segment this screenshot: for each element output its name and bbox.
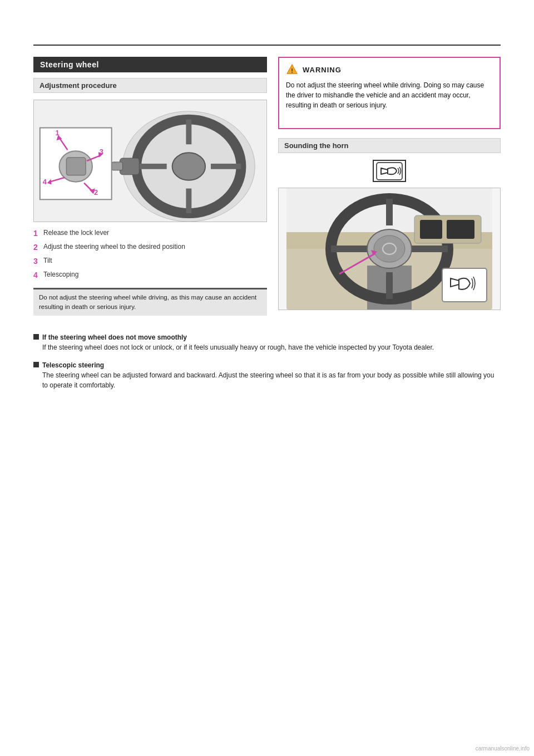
svg-point-39 [374, 235, 405, 262]
watermark: carmanualsonline.info [476, 745, 530, 752]
warning-text: Do not adjust the steering wheel while d… [286, 80, 493, 110]
left-column: Steering wheel Adjustment procedure [33, 57, 267, 321]
bullet-icon-1 [33, 334, 39, 340]
horn-icon-area [278, 160, 501, 182]
svg-rect-46 [447, 220, 474, 239]
bullet-section-1: If the steering wheel does not move smoo… [33, 332, 501, 352]
svg-rect-45 [420, 220, 442, 239]
page-container: Steering wheel Adjustment procedure [0, 0, 534, 756]
step-number-4: 4 [33, 269, 43, 281]
horn-icon-box [373, 160, 406, 182]
svg-text:3: 3 [100, 148, 103, 156]
step-1: 1 Release the lock lever [33, 228, 267, 239]
svg-rect-43 [442, 268, 487, 302]
horn-section-title: Sounding the horn [278, 138, 501, 153]
step-2: 2 Adjust the steering wheel to the desir… [33, 242, 267, 253]
bullet-heading-2: Telescopic steering [42, 361, 104, 369]
notice-box: Do not adjust the steering wheel while d… [33, 288, 267, 316]
step-3: 3 Tilt [33, 256, 267, 267]
step-4: 4 Telescoping [33, 269, 267, 281]
steering-svg: 1 3 2 4 [34, 100, 266, 222]
notice-text: Do not adjust the steering wheel while d… [39, 294, 256, 310]
horn-symbol-svg [375, 161, 403, 181]
step-number-3: 3 [33, 256, 43, 267]
svg-rect-9 [112, 162, 123, 170]
svg-rect-12 [66, 158, 86, 175]
step-number-2: 2 [33, 242, 43, 253]
bullet-heading-1: If the steering wheel does not move smoo… [42, 333, 187, 341]
svg-text:4: 4 [43, 178, 47, 186]
step-text-1: Release the lock lever [43, 228, 109, 238]
subsection-title: Adjustment procedure [33, 78, 267, 93]
svg-rect-28 [377, 163, 402, 180]
bullet-body-1: If the steering wheel does not lock or u… [42, 343, 434, 351]
warning-header: ! WARNING [286, 63, 493, 76]
step-text-2: Adjust the steering wheel to the desired… [43, 242, 185, 252]
warning-label: WARNING [303, 66, 342, 74]
bullet-section-2: Telescopic steering The steering wheel c… [33, 360, 501, 390]
step-text-4: Telescoping [43, 269, 78, 279]
two-column-layout: Steering wheel Adjustment procedure [33, 57, 501, 321]
right-column: ! WARNING Do not adjust the steering whe… [278, 57, 501, 321]
svg-text:2: 2 [94, 188, 98, 197]
bullet-icon-2 [33, 362, 39, 367]
svg-text:!: ! [291, 67, 293, 74]
warning-box: ! WARNING Do not adjust the steering whe… [278, 57, 501, 129]
bullet-body-2: The steering wheel can be adjusted forwa… [42, 371, 494, 389]
section-title: Steering wheel [33, 57, 267, 72]
horn-diagram-svg [286, 188, 492, 310]
horn-diagram [278, 188, 501, 310]
warning-icon: ! [286, 63, 298, 76]
bottom-section: If the steering wheel does not move smoo… [33, 332, 501, 390]
step-number-1: 1 [33, 228, 43, 239]
bullet-text-1: If the steering wheel does not move smoo… [42, 332, 501, 352]
steering-diagram: 1 3 2 4 [33, 100, 267, 222]
bullet-text-2: Telescopic steering The steering wheel c… [42, 360, 501, 390]
svg-point-7 [172, 153, 205, 180]
top-rule [33, 45, 501, 46]
step-text-3: Tilt [43, 256, 52, 266]
svg-text:1: 1 [56, 129, 60, 137]
steps-list: 1 Release the lock lever 2 Adjust the st… [33, 228, 267, 281]
